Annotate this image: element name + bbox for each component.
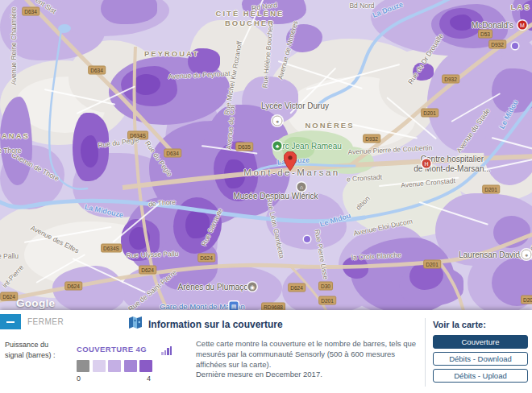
museum-icon: ⌂ bbox=[297, 183, 306, 192]
road-shield: D53 bbox=[478, 30, 493, 39]
road-shield: D932 bbox=[363, 134, 380, 143]
map-label-area: PEYROUAT bbox=[144, 49, 199, 58]
school-icon: ● bbox=[272, 116, 283, 126]
map-label-area: NONÈRES bbox=[305, 121, 355, 130]
map-label-park: Parc Jean Rameau bbox=[272, 142, 342, 151]
debits-upload-button[interactable]: Débits - Upload bbox=[433, 369, 528, 383]
info-last-measure: Dernière mesure en December 2017. bbox=[196, 370, 417, 380]
map-label-street: e Thore bbox=[0, 147, 22, 155]
info-panel-body: Cette carte montre la couverture et le n… bbox=[196, 339, 417, 380]
road-shield: RD9688 bbox=[261, 303, 285, 311]
mcdonalds-icon: M bbox=[518, 21, 527, 30]
road-shield: D201 bbox=[421, 109, 438, 118]
legend-swatches bbox=[77, 360, 172, 372]
dot-poi bbox=[512, 43, 518, 49]
map-label-area: LAS bbox=[511, 2, 531, 11]
map-label-area: UANAS bbox=[0, 131, 30, 140]
collapse-panel-label: FERMER bbox=[27, 317, 64, 326]
panel-divider bbox=[425, 318, 426, 387]
road-shield: D624 bbox=[197, 254, 215, 263]
legend-swatch-2 bbox=[108, 360, 121, 372]
road-shield: D201 bbox=[318, 296, 336, 305]
map-label-street: e Pallu bbox=[0, 252, 19, 260]
road-shield: D201 bbox=[482, 185, 500, 194]
legend-max-label: 4 bbox=[147, 374, 151, 383]
map-info-icon bbox=[129, 316, 142, 332]
arena-icon: ◉ bbox=[248, 283, 257, 292]
road-shield: D932 bbox=[442, 75, 459, 84]
park-icon: ♣ bbox=[273, 142, 282, 151]
coverage-legend: COUVERTURE 4G 0 4 bbox=[77, 341, 172, 383]
road-shield: D634 bbox=[88, 66, 106, 75]
road-shield: D20 bbox=[521, 296, 532, 304]
map-label-poi2: McDonald's bbox=[472, 21, 513, 30]
road-shield: D624 bbox=[288, 283, 305, 292]
generic-poi-icon: ● bbox=[522, 250, 532, 260]
map-label-poi: Musée Despiau Wlérick bbox=[233, 192, 318, 201]
map-view-switcher: Voir la carte: CouvertureDébits - Downlo… bbox=[433, 320, 528, 386]
info-panel-title: Information sur la couverture bbox=[148, 319, 283, 330]
map-label-street: Avenue Reine Chaumière bbox=[10, 6, 18, 85]
road-shield: D635 bbox=[235, 143, 253, 151]
road-shield: D624 bbox=[139, 266, 156, 275]
dot-poi bbox=[304, 236, 310, 242]
google-logo[interactable]: Google bbox=[16, 297, 55, 309]
hospital-icon: H bbox=[422, 159, 431, 168]
coverage-app: Google CITÉ HÉLÈNEBOUCHERPEYROUATNONÈRES… bbox=[0, 0, 532, 393]
road-shield: D624 bbox=[64, 282, 82, 291]
road-shield: D634S bbox=[101, 244, 122, 253]
info-body-text: Cette carte montre la couverture et le n… bbox=[196, 339, 417, 370]
debits-download-button[interactable]: Débits - Download bbox=[433, 352, 528, 366]
legend-swatch-4 bbox=[139, 360, 152, 372]
road-shield: D30 bbox=[318, 282, 333, 291]
legend-swatch-1 bbox=[93, 360, 106, 372]
legend-min-label: 0 bbox=[77, 374, 81, 383]
road-shield: D201 bbox=[423, 260, 441, 269]
map-label-area: CITÉ HÉLÈNE bbox=[216, 9, 285, 18]
train-icon: ▤ bbox=[230, 302, 239, 311]
road-shield: D634 bbox=[164, 149, 181, 158]
couverture-button[interactable]: Couverture bbox=[433, 335, 528, 349]
collapse-panel-button[interactable] bbox=[0, 314, 21, 329]
map-label-poi2: Arènes du Plumaçon bbox=[178, 283, 253, 292]
sidebar-title: Voir la carte: bbox=[433, 320, 528, 329]
info-panel: FERMER Puissance du signal (barres) : CO… bbox=[0, 310, 532, 393]
legend-swatch-3 bbox=[124, 360, 137, 372]
map-label-street: Bd Nord bbox=[349, 2, 374, 10]
signal-strength-label: Puissance du signal (barres) : bbox=[5, 340, 63, 360]
road-shield: D634 bbox=[22, 7, 39, 16]
legend-title: COUVERTURE 4G bbox=[77, 345, 147, 354]
road-shield: D932 bbox=[488, 40, 506, 49]
map-label-poi2: Laurensan David bbox=[459, 250, 520, 259]
legend-swatch-0 bbox=[77, 360, 89, 372]
map-label-poi: Lycée Victor Duruy bbox=[261, 101, 329, 110]
map-marker bbox=[284, 151, 297, 171]
coverage-map[interactable]: Google CITÉ HÉLÈNEBOUCHERPEYROUATNONÈRES… bbox=[0, 0, 532, 310]
signal-bars-icon bbox=[161, 346, 172, 355]
minus-icon bbox=[6, 321, 15, 323]
road-shield: D624 bbox=[0, 292, 18, 301]
